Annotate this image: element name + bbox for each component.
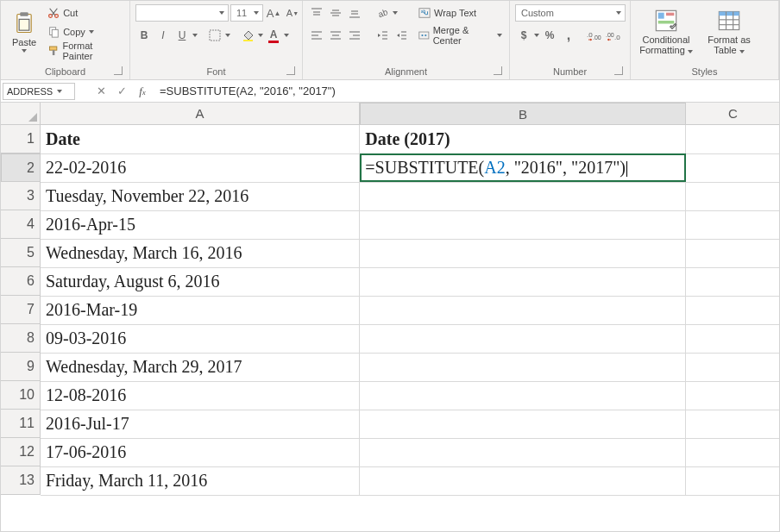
increase-decimal-button[interactable]: .0.00 — [586, 27, 603, 44]
chevron-down-icon[interactable] — [57, 90, 62, 93]
format-painter-button[interactable]: Format Painter — [46, 42, 124, 59]
border-button[interactable] — [206, 27, 223, 44]
font-size-input[interactable] — [235, 6, 250, 20]
font-name-input[interactable] — [140, 6, 216, 20]
cell-A12[interactable]: 17-06-2016 — [41, 438, 360, 466]
column-header-a[interactable]: A — [41, 103, 360, 125]
orientation-button[interactable]: ab — [374, 4, 391, 22]
column-header-b[interactable]: B — [360, 103, 686, 125]
cell-B1[interactable]: Date (2017) — [360, 125, 686, 153]
cell-A10[interactable]: 12-08-2016 — [41, 381, 360, 410]
align-right-button[interactable] — [346, 27, 363, 44]
row-header[interactable]: 3 — [1, 182, 41, 210]
cell-C6[interactable] — [686, 267, 780, 296]
comma-format-button[interactable]: , — [560, 27, 577, 44]
cell-C13[interactable] — [686, 466, 780, 495]
cell-C4[interactable] — [686, 210, 780, 239]
cell-A7[interactable]: 2016-Mar-19 — [41, 296, 360, 324]
cell-C9[interactable] — [686, 353, 780, 381]
number-format-input[interactable] — [519, 6, 613, 20]
chevron-down-icon[interactable] — [225, 34, 230, 37]
cell-B10[interactable] — [360, 381, 686, 410]
increase-font-button[interactable]: A▲ — [265, 4, 282, 22]
bold-button[interactable]: B — [135, 27, 153, 44]
cell-B12[interactable] — [360, 438, 686, 466]
cell-B6[interactable] — [360, 267, 686, 296]
font-color-button[interactable]: A — [265, 27, 282, 44]
italic-button[interactable]: I — [154, 27, 172, 44]
cell-B11[interactable] — [360, 410, 686, 438]
dialog-launcher-icon[interactable] — [114, 66, 123, 75]
align-bottom-button[interactable] — [346, 4, 363, 22]
row-header[interactable]: 2 — [1, 153, 41, 182]
name-box[interactable] — [3, 83, 75, 100]
increase-indent-button[interactable] — [393, 27, 410, 44]
cell-A5[interactable]: Wednesday, March 16, 2016 — [41, 239, 360, 267]
conditional-formatting-button[interactable]: ConditionalFormatting — [636, 4, 696, 59]
cell-B7[interactable] — [360, 296, 686, 324]
cell-A11[interactable]: 2016-Jul-17 — [41, 410, 360, 438]
align-center-button[interactable] — [327, 27, 344, 44]
font-size-select[interactable] — [230, 4, 263, 22]
copy-button[interactable]: Copy — [46, 23, 124, 41]
underline-button[interactable]: U — [173, 27, 191, 44]
paste-button[interactable]: Paste — [6, 4, 42, 59]
cell-A2[interactable]: 22-02-2016 — [41, 153, 360, 182]
row-header[interactable]: 1 — [1, 125, 41, 153]
dialog-launcher-icon[interactable] — [286, 66, 295, 75]
row-header[interactable]: 8 — [1, 324, 41, 353]
decrease-indent-button[interactable] — [374, 27, 391, 44]
row-header[interactable]: 6 — [1, 267, 41, 296]
cell-A3[interactable]: Tuesday, November 22, 2016 — [41, 182, 360, 210]
cell-C12[interactable] — [686, 438, 780, 466]
format-as-table-button[interactable]: Format asTable — [703, 4, 755, 59]
cell-C11[interactable] — [686, 410, 780, 438]
chevron-down-icon[interactable] — [534, 34, 539, 37]
row-header[interactable]: 7 — [1, 296, 41, 324]
cell-A13[interactable]: Friday, March 11, 2016 — [41, 466, 360, 495]
row-header[interactable]: 5 — [1, 239, 41, 267]
cut-button[interactable]: Cut — [46, 4, 124, 22]
cell-A6[interactable]: Saturday, August 6, 2016 — [41, 267, 360, 296]
row-header[interactable]: 13 — [1, 466, 41, 495]
accounting-format-button[interactable]: $ — [515, 27, 532, 44]
align-left-button[interactable] — [308, 27, 325, 44]
cell-B8[interactable] — [360, 324, 686, 353]
select-all-button[interactable] — [1, 103, 41, 125]
decrease-decimal-button[interactable]: .00.0 — [605, 27, 622, 44]
cell-B2[interactable]: =SUBSTITUTE(A2, "2016", "2017") — [360, 153, 686, 182]
row-header[interactable]: 4 — [1, 210, 41, 239]
number-format-select[interactable] — [515, 4, 626, 22]
wrap-text-button[interactable]: ab Wrap Text — [417, 4, 504, 22]
cell-B5[interactable] — [360, 239, 686, 267]
cell-C10[interactable] — [686, 381, 780, 410]
cell-B9[interactable] — [360, 353, 686, 381]
row-header[interactable]: 9 — [1, 353, 41, 381]
decrease-font-button[interactable]: A▼ — [284, 4, 301, 22]
fill-color-button[interactable] — [239, 27, 256, 44]
cell-C7[interactable] — [686, 296, 780, 324]
dialog-launcher-icon[interactable] — [614, 66, 623, 75]
cell-A9[interactable]: Wednesday, March 29, 2017 — [41, 353, 360, 381]
cell-C1[interactable] — [686, 125, 780, 153]
dialog-launcher-icon[interactable] — [494, 66, 502, 75]
cell-B3[interactable] — [360, 182, 686, 210]
cell-A1[interactable]: Date — [41, 125, 360, 153]
chevron-down-icon[interactable] — [258, 34, 263, 37]
cell-C5[interactable] — [686, 239, 780, 267]
cell-C3[interactable] — [686, 182, 780, 210]
row-header[interactable]: 12 — [1, 438, 41, 466]
chevron-down-icon[interactable] — [284, 34, 289, 37]
insert-function-button[interactable]: fx — [132, 84, 153, 98]
percent-format-button[interactable]: % — [541, 27, 558, 44]
chevron-down-icon[interactable] — [192, 34, 198, 37]
align-top-button[interactable] — [308, 4, 325, 22]
merge-center-button[interactable]: Merge & Center — [417, 27, 504, 44]
formula-input[interactable] — [153, 84, 779, 98]
cancel-formula-button[interactable]: ✕ — [91, 84, 111, 97]
chevron-down-icon[interactable] — [393, 11, 398, 15]
cell-C8[interactable] — [686, 324, 780, 353]
cell-A4[interactable]: 2016-Apr-15 — [41, 210, 360, 239]
row-header[interactable]: 10 — [1, 381, 41, 410]
font-name-select[interactable] — [135, 4, 229, 22]
